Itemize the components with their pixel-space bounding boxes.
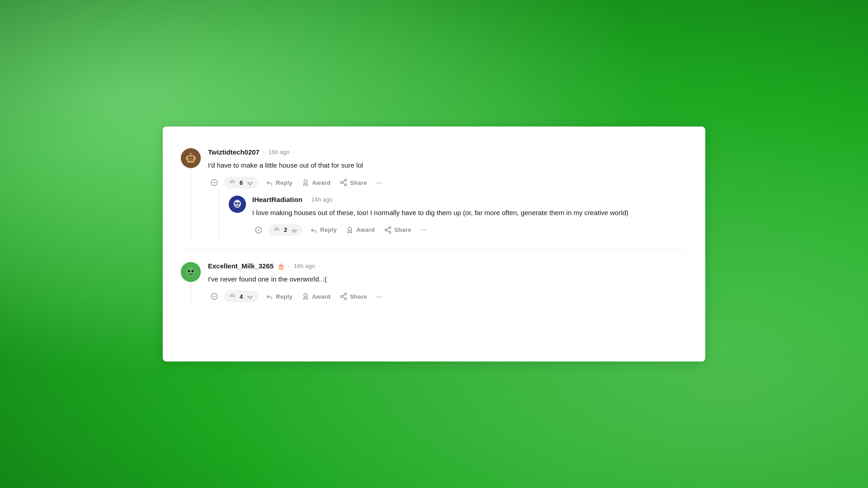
svg-rect-22 [236, 200, 238, 202]
vote-section-1: 6 [224, 177, 258, 188]
comments-card: Twiztidtech0207 · 16h ago · I'd have to … [163, 127, 705, 361]
comment-milk: Excellent_Milk_3265 🎂 · 16h ago · I've n… [181, 254, 687, 309]
replies-thread-1: IHeartRadiation · 14h ago · I love makin… [219, 189, 687, 241]
upvote-btn-2[interactable] [228, 292, 237, 301]
timestamp-iheart: 14h ago [311, 196, 332, 203]
avatar-twiztid [181, 148, 201, 168]
award-label-1: Award [312, 179, 330, 186]
share-btn-1[interactable]: Share [336, 176, 371, 189]
share-btn-r1[interactable]: Share [380, 224, 415, 236]
svg-point-41 [340, 296, 343, 298]
svg-point-13 [340, 182, 343, 184]
reply-btn-r1[interactable]: Reply [306, 224, 340, 236]
vote-count-2: 4 [240, 293, 243, 300]
award-btn-2[interactable]: Award [298, 290, 334, 303]
award-label-2: Award [312, 293, 330, 300]
svg-rect-1 [187, 155, 194, 163]
downvote-btn-2[interactable] [245, 292, 255, 301]
comment2-actions: 4 Reply [208, 290, 687, 303]
svg-point-25 [348, 227, 352, 231]
reply1-left-col [229, 196, 246, 237]
svg-rect-8 [190, 153, 191, 155]
svg-point-35 [186, 271, 188, 273]
svg-line-29 [387, 230, 389, 232]
svg-point-27 [385, 229, 387, 231]
comment2-body: Excellent_Milk_3265 🎂 · 16h ago · I've n… [208, 262, 687, 303]
svg-line-16 [343, 181, 345, 182]
comment1-left-col [181, 148, 201, 241]
svg-point-34 [192, 270, 194, 272]
svg-line-30 [387, 228, 389, 229]
upvote-btn-r1[interactable] [272, 225, 281, 235]
svg-point-39 [304, 294, 307, 297]
comment1-text: I'd have to make a little house out of t… [208, 160, 687, 171]
reply-icon-1 [265, 178, 274, 187]
downvote-btn-r1[interactable] [290, 225, 299, 235]
svg-rect-21 [236, 206, 239, 206]
svg-point-14 [344, 184, 347, 186]
svg-rect-4 [189, 160, 193, 160]
timestamp-milk: 16h ago [294, 263, 315, 269]
downvote-btn-1[interactable] [245, 178, 255, 187]
reply1-text: I love making houses out of these, too! … [252, 208, 687, 218]
svg-rect-2 [189, 157, 190, 159]
award-btn-r1[interactable]: Award [342, 224, 378, 236]
svg-rect-3 [191, 157, 193, 159]
comment1-header: Twiztidtech0207 · 16h ago · [208, 148, 687, 156]
reply-btn-2[interactable]: Reply [262, 290, 296, 303]
collapse-btn-r1[interactable] [252, 224, 265, 236]
avatar-twiztid-img [181, 148, 201, 168]
award-icon-r1 [346, 226, 354, 234]
award-btn-1[interactable]: Award [298, 176, 334, 189]
upvote-icon-2 [229, 293, 236, 300]
svg-line-44 [343, 295, 345, 296]
reply-label-2: Reply [276, 293, 292, 300]
reply-label-r1: Reply [320, 226, 337, 233]
more-btn-2[interactable]: ··· [373, 290, 385, 303]
reply-btn-1[interactable]: Reply [262, 176, 296, 189]
svg-rect-5 [186, 156, 187, 160]
svg-point-20 [238, 202, 240, 204]
upvote-icon-1 [229, 179, 236, 186]
collapse-icon [210, 178, 218, 187]
badge-milk: 🎂 [277, 263, 285, 270]
svg-point-40 [344, 293, 347, 296]
share-btn-2[interactable]: Share [336, 290, 371, 303]
more-btn-1[interactable]: ··· [373, 176, 385, 189]
comment1-actions: 6 Reply [208, 176, 687, 189]
upvote-btn-1[interactable] [228, 178, 237, 187]
comment-twiztid: Twiztidtech0207 · 16h ago · I'd have to … [181, 140, 687, 246]
avatar-milk [181, 262, 201, 282]
username-twiztid: Twiztidtech0207 [208, 148, 259, 156]
svg-point-19 [235, 202, 237, 204]
reply-icon-r1 [310, 226, 318, 234]
collapse-icon-2 [210, 292, 218, 300]
collapse-btn-1[interactable] [208, 176, 221, 189]
vote-section-2: 4 [224, 291, 258, 302]
svg-point-28 [389, 231, 391, 234]
divider-1 [181, 250, 687, 250]
username-iheart: IHeartRadiation [252, 196, 302, 203]
share-icon-2 [340, 292, 348, 300]
svg-point-11 [304, 180, 307, 183]
more-btn-r1[interactable]: ··· [417, 223, 429, 236]
avatar-iheart [229, 196, 246, 213]
username-milk: Excellent_Milk_3265 [208, 262, 274, 270]
downvote-icon-r1 [291, 226, 298, 234]
reply-label-1: Reply [276, 179, 292, 186]
award-label-r1: Award [356, 226, 375, 233]
svg-rect-6 [194, 156, 196, 160]
downvote-icon-2 [246, 293, 254, 300]
share-icon-1 [340, 178, 348, 187]
vote-count-r1: 2 [284, 226, 287, 233]
svg-point-32 [187, 267, 195, 277]
comment2-text: I've never found one in the overworld. :… [208, 274, 687, 285]
svg-point-36 [194, 271, 196, 273]
share-label-r1: Share [394, 226, 411, 233]
svg-point-33 [188, 270, 190, 272]
collapse-btn-2[interactable] [208, 290, 221, 303]
avatar-milk-img [181, 262, 201, 282]
collapse-icon-r1 [255, 226, 263, 234]
comment1-body: Twiztidtech0207 · 16h ago · I'd have to … [208, 148, 687, 241]
share-icon-r1 [384, 226, 392, 234]
